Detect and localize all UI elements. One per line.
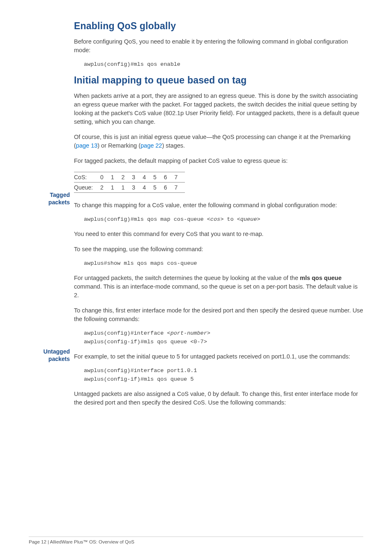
cell: 1 bbox=[111, 183, 122, 193]
bold-text: mls qos queue bbox=[300, 275, 342, 281]
paragraph: Before configuring QoS, you need to enab… bbox=[74, 37, 363, 55]
link-page13[interactable]: page 13 bbox=[76, 142, 97, 149]
heading-enabling-qos: Enabling QoS globally bbox=[74, 21, 363, 32]
cell: 1 bbox=[122, 183, 132, 193]
row-label: Queue: bbox=[74, 183, 100, 193]
cell: 7 bbox=[175, 172, 185, 183]
paragraph: Of course, this is just an initial egres… bbox=[74, 133, 363, 150]
paragraph: When packets arrive at a port, they are … bbox=[74, 92, 363, 126]
page: Enabling QoS globally Before configuring… bbox=[0, 0, 392, 555]
margin-label-tagged: Tagged packets bbox=[29, 192, 70, 206]
paragraph: For tagged packets, the default mapping … bbox=[74, 157, 363, 165]
paragraph: You need to enter this command for every… bbox=[74, 230, 363, 238]
code-line: awplus(config)#interface port1.0.1 bbox=[84, 368, 363, 374]
heading-initial-mapping: Initial mapping to queue based on tag bbox=[74, 75, 363, 86]
code-line: awplus(config)#interface <port-number> bbox=[84, 330, 363, 336]
text: command. This is an interface-mode comma… bbox=[74, 283, 357, 298]
cell: 4 bbox=[143, 183, 153, 193]
cell: 3 bbox=[132, 172, 143, 183]
code-line: awplus#show mls qos maps cos-queue bbox=[84, 260, 363, 266]
cell: 5 bbox=[153, 183, 164, 193]
cell: 0 bbox=[100, 172, 111, 183]
table-row: CoS: 0 1 2 3 4 5 6 7 bbox=[74, 172, 185, 183]
cell: 2 bbox=[100, 183, 111, 193]
text: ) or Remarking ( bbox=[97, 142, 141, 149]
paragraph: Untagged packets are also assigned a CoS… bbox=[74, 390, 363, 407]
code-line: awplus(config)#mls qos enable bbox=[84, 61, 363, 67]
paragraph: To see the mapping, use the following co… bbox=[74, 245, 363, 254]
cos-queue-table: CoS: 0 1 2 3 4 5 6 7 Queue: 2 1 1 3 4 5 … bbox=[74, 172, 185, 193]
text: For untagged packets, the switch determi… bbox=[74, 275, 300, 281]
cell: 3 bbox=[132, 183, 143, 193]
code-line: awplus(config-if)#mls qos queue 5 bbox=[84, 376, 363, 382]
margin-label-untagged: Untagged packets bbox=[29, 348, 70, 363]
paragraph: To change this mapping for a CoS value, … bbox=[74, 201, 363, 210]
paragraph: For untagged packets, the switch determi… bbox=[74, 274, 363, 300]
cell: 5 bbox=[153, 172, 164, 183]
cell: 6 bbox=[164, 183, 175, 193]
paragraph: For example, to set the initial queue to… bbox=[74, 352, 363, 361]
cell: 1 bbox=[111, 172, 122, 183]
cell: 7 bbox=[175, 183, 185, 193]
cell: 6 bbox=[164, 172, 175, 183]
code-line: awplus(config)#mls qos map cos-queue <co… bbox=[84, 216, 363, 222]
text: ) stages. bbox=[162, 142, 185, 149]
cell: 2 bbox=[122, 172, 132, 183]
page-footer: Page 12 | AlliedWare Plus™ OS: Overview … bbox=[29, 536, 363, 544]
table-row: Queue: 2 1 1 3 4 5 6 7 bbox=[74, 183, 185, 193]
link-page22[interactable]: page 22 bbox=[141, 142, 162, 149]
paragraph: To change this, first enter interface mo… bbox=[74, 306, 363, 324]
row-label: CoS: bbox=[74, 172, 100, 183]
code-line: awplus(config-if)#mls qos queue <0-7> bbox=[84, 339, 363, 345]
cell: 4 bbox=[143, 172, 153, 183]
